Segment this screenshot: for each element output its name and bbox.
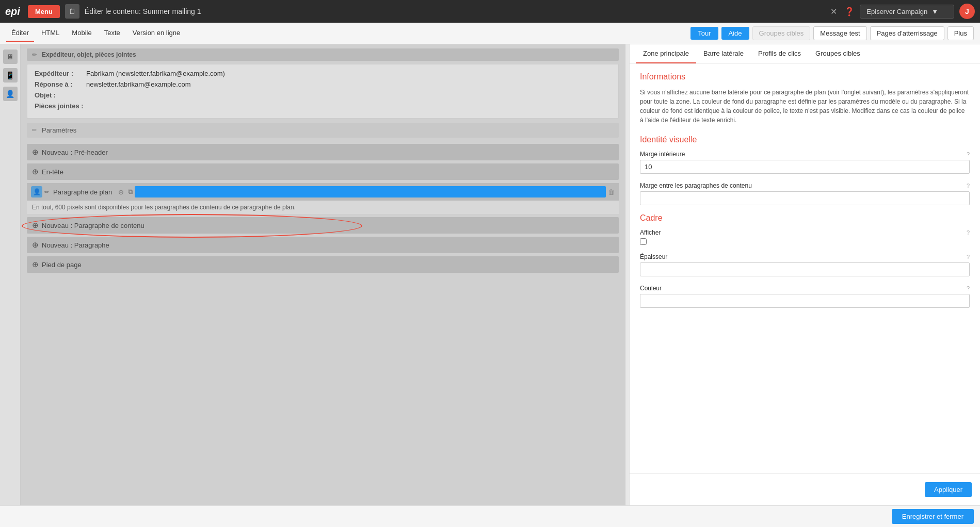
campaign-label: Episerver Campaign: [866, 8, 927, 15]
cadre-title: Cadre: [640, 213, 970, 223]
avatar[interactable]: J: [959, 4, 975, 19]
marge-paragraphes-label: Marge entre les paragraphes de contenu: [640, 182, 752, 189]
afficher-label-row: Afficher ?: [640, 229, 970, 236]
afficher-help[interactable]: ?: [967, 229, 970, 236]
reply-row: Réponse à : newsletter.fabrikam@example.…: [35, 80, 611, 88]
sender-row: Expéditeur : Fabrikam (newsletter.fabrik…: [35, 70, 611, 77]
tab-html[interactable]: HTML: [36, 25, 65, 42]
tab-groupes-cibles[interactable]: Groupes cibles: [808, 44, 867, 63]
tab-texte[interactable]: Texte: [99, 25, 125, 42]
couleur-group: Couleur ?: [640, 285, 970, 308]
couleur-help[interactable]: ?: [967, 285, 970, 291]
marge-interieure-label: Marge intérieure: [640, 151, 685, 158]
plus-icon: ⊕: [32, 147, 39, 157]
aide-button[interactable]: Aide: [721, 27, 749, 40]
help-icon[interactable]: ❓: [844, 7, 855, 17]
tab-profils-clics[interactable]: Profils de clics: [751, 44, 808, 63]
desktop-icon[interactable]: 🖥: [3, 50, 18, 64]
doc-symbol: 🗒: [69, 7, 76, 15]
plan-user-icon: 👤: [31, 186, 42, 197]
subject-row: Objet :: [35, 91, 611, 99]
entete-button[interactable]: ⊕ En-tête: [27, 163, 619, 180]
marge-paragraphes-input[interactable]: [640, 191, 970, 205]
chevron-down-icon: ▼: [931, 8, 938, 15]
message-test-button[interactable]: Message test: [813, 26, 866, 40]
left-sidebar: 🖥 📱 👤: [0, 44, 21, 505]
email-editor-panel: ✏ Expéditeur, objet, pièces jointes Expé…: [21, 44, 625, 505]
marge-interieure-label-row: Marge intérieure ?: [640, 151, 970, 158]
copy-icon[interactable]: ⧉: [128, 188, 133, 196]
new-paragraph-label: Nouveau : Paragraphe: [42, 241, 109, 249]
move-icon[interactable]: ⊕: [118, 188, 124, 196]
epaisseur-help[interactable]: ?: [967, 254, 970, 260]
highlighted-section: ⊕ Nouveau : Paragraphe de contenu: [27, 217, 619, 234]
close-icon[interactable]: ✕: [830, 7, 837, 17]
couleur-input[interactable]: [640, 294, 970, 308]
new-content-paragraph-button[interactable]: ⊕ Nouveau : Paragraphe de contenu: [27, 217, 619, 234]
pages-atterrissage-button[interactable]: Pages d'atterrissage: [870, 26, 944, 40]
marge-interieure-input[interactable]: [640, 160, 970, 174]
tab-editer[interactable]: Éditer: [6, 25, 34, 42]
plus-icon: ⊕: [32, 167, 39, 176]
params-label: Paramètres: [42, 126, 76, 134]
apply-area: Appliquer: [630, 473, 980, 505]
afficher-label: Afficher: [640, 229, 661, 236]
section-tab-bar: Zone principale Barre latérale Profils d…: [630, 44, 980, 64]
sender-box: Expéditeur : Fabrikam (newsletter.fabrik…: [27, 64, 619, 119]
marge-paragraphes-help[interactable]: ?: [967, 183, 970, 189]
new-content-paragraph-label: Nouveau : Paragraphe de contenu: [42, 222, 144, 229]
tab-version-en-ligne[interactable]: Version en ligne: [127, 25, 186, 42]
user-icon[interactable]: 👤: [3, 87, 18, 101]
sender-value: Fabrikam (newsletter.fabrikam@example.co…: [86, 70, 225, 77]
tour-button[interactable]: Tour: [690, 27, 718, 40]
new-preheader-button[interactable]: ⊕ Nouveau : Pré-header: [27, 144, 619, 160]
tab-mobile[interactable]: Mobile: [67, 25, 97, 42]
plus-button[interactable]: Plus: [947, 26, 974, 40]
afficher-checkbox[interactable]: [640, 238, 647, 245]
delete-icon[interactable]: 🗑: [608, 188, 615, 196]
toolbar-row: Éditer HTML Mobile Texte Version en lign…: [0, 23, 980, 44]
groupes-cibles-button: Groupes cibles: [752, 26, 811, 40]
identite-visuelle-title: Identité visuelle: [640, 135, 970, 144]
sender-section-header[interactable]: ✏ Expéditeur, objet, pièces jointes: [27, 48, 619, 61]
save-button[interactable]: Enregistrer et fermer: [892, 509, 974, 524]
marge-interieure-help[interactable]: ?: [967, 151, 970, 157]
document-icon[interactable]: 🗒: [65, 4, 79, 19]
epaisseur-input[interactable]: [640, 262, 970, 276]
informations-text: Si vous n'affichez aucune barre latérale…: [640, 88, 970, 125]
bottom-bar: Enregistrer et fermer: [0, 505, 980, 527]
plan-header-blue: [135, 186, 606, 197]
plan-section: 👤 ✏ Paragraphe de plan ⊕ ⧉ 🗑 En tout, 60…: [27, 183, 619, 214]
reply-label: Réponse à :: [35, 80, 86, 88]
toolbar-right: Tour Aide Groupes cibles Message test Pa…: [690, 26, 974, 40]
new-paragraph-button[interactable]: ⊕ Nouveau : Paragraphe: [27, 237, 619, 253]
right-panel: Zone principale Barre latérale Profils d…: [629, 44, 980, 505]
marge-paragraphes-label-row: Marge entre les paragraphes de contenu ?: [640, 182, 970, 189]
main-layout: 🖥 📱 👤 ✏ Expéditeur, objet, pièces jointe…: [0, 44, 980, 505]
pied-de-page-label: Pied de page: [42, 261, 82, 269]
campaign-selector[interactable]: Episerver Campaign ▼: [860, 5, 954, 19]
sender-label: Expéditeur :: [35, 70, 86, 77]
page-title: Éditer le contenu: Summer mailing 1: [85, 7, 823, 15]
apply-button[interactable]: Appliquer: [925, 482, 972, 497]
afficher-checkbox-row: [640, 238, 970, 245]
sender-section-label: Expéditeur, objet, pièces jointes: [42, 51, 136, 58]
params-item[interactable]: ✏ Paramètres: [27, 123, 619, 138]
top-bar: epi Menu 🗒 Éditer le contenu: Summer mai…: [0, 0, 980, 23]
tab-barre-laterale[interactable]: Barre latérale: [696, 44, 751, 63]
epaisseur-label-row: Épaisseur ?: [640, 253, 970, 260]
new-preheader-label: Nouveau : Pré-header: [42, 149, 108, 156]
tab-zone-principale[interactable]: Zone principale: [636, 44, 696, 63]
plus-icon: ⊕: [32, 221, 39, 230]
menu-button[interactable]: Menu: [28, 5, 60, 18]
mobile-icon[interactable]: 📱: [3, 68, 18, 83]
resize-handle[interactable]: [625, 44, 629, 505]
plan-info: En tout, 600 pixels sont disponibles pou…: [27, 201, 619, 214]
marge-interieure-group: Marge intérieure ?: [640, 151, 970, 174]
epaisseur-group: Épaisseur ?: [640, 253, 970, 276]
plus-icon: ⊕: [32, 260, 39, 269]
informations-title: Informations: [640, 72, 970, 81]
logo: epi: [5, 6, 20, 18]
pied-de-page-button[interactable]: ⊕ Pied de page: [27, 256, 619, 273]
plan-header: 👤 ✏ Paragraphe de plan ⊕ ⧉ 🗑: [27, 183, 619, 201]
